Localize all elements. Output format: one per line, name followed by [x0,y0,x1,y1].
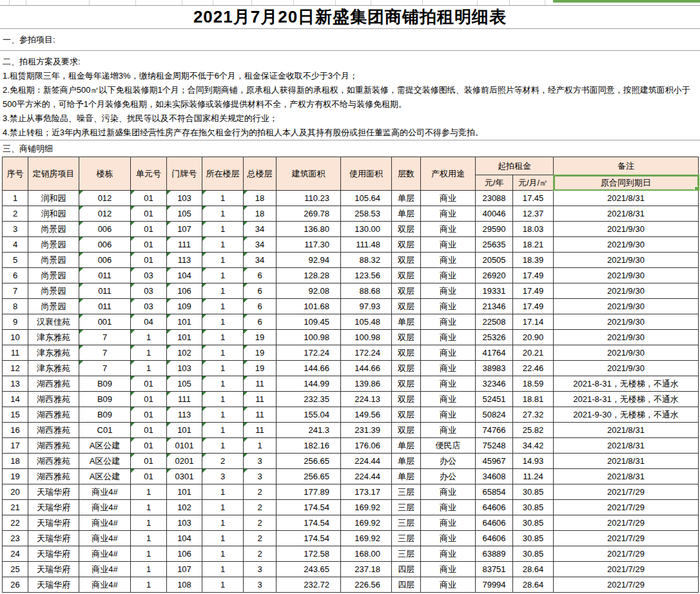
cell[interactable]: 258.53 [341,206,392,222]
cell[interactable]: 双层 [392,283,421,299]
cell[interactable]: 001 [79,314,131,330]
cell[interactable]: 2 [202,454,244,469]
cell[interactable]: 19331 [476,283,513,299]
cell[interactable]: 88.68 [341,283,392,299]
col-header-start-rent[interactable]: 起拍租金 [476,157,554,175]
cell[interactable]: 11 [244,407,277,423]
cell[interactable]: 83751 [476,562,513,577]
cell[interactable]: 012 [79,206,131,222]
cell[interactable]: 101 [167,423,202,438]
col-header-door[interactable]: 门牌号 [167,157,202,191]
cell[interactable]: 27.32 [513,407,554,423]
cell[interactable]: 26 [3,577,28,593]
cell[interactable]: 尚景园 [28,222,79,237]
cell[interactable]: C01 [79,423,131,438]
cell[interactable]: 办公 [421,454,476,469]
cell[interactable]: 1 [202,314,244,330]
cell[interactable]: 商业4# [79,577,131,593]
cell[interactable]: 9 [3,314,28,330]
cell[interactable]: 天瑞华府 [28,531,79,546]
cell[interactable]: 226.56 [341,577,392,593]
cell[interactable]: 2021/8/31 [554,454,699,469]
cell[interactable]: 6 [244,283,277,299]
cell[interactable]: 四层 [392,577,421,593]
cell[interactable]: 2021/7/29 [554,515,699,531]
cell[interactable]: 2021/7/29 [554,531,699,546]
cell[interactable]: B09 [79,376,131,392]
cell[interactable]: 105.64 [341,191,392,206]
cell[interactable]: 2021/9/30 [554,330,699,345]
cell[interactable]: 1 [202,206,244,222]
cell[interactable]: 6 [244,314,277,330]
cell[interactable]: 2021/9/30 [554,253,699,268]
cell[interactable]: 21 [3,500,28,515]
cell[interactable]: 1 [202,283,244,299]
cell[interactable]: 32346 [476,376,513,392]
cell[interactable]: 01 [131,206,167,222]
cell[interactable]: 商业 [421,500,476,515]
section-3-row[interactable]: 三、商铺明细 [0,140,700,157]
cell[interactable]: 2021/9/30 [554,345,699,361]
cell[interactable]: 津东雅苑 [28,330,79,345]
cell[interactable]: 天瑞华府 [28,500,79,515]
cell[interactable]: 7 [79,361,131,376]
col-header-floors-total[interactable]: 总楼层 [244,157,277,191]
cell[interactable]: 28.64 [513,562,554,577]
cell[interactable]: 1 [131,562,167,577]
cell[interactable]: 湖西雅苑 [28,392,79,407]
cell[interactable]: 商业 [421,206,476,222]
cell[interactable]: 单层 [392,191,421,206]
col-header-remark[interactable]: 备注 [554,157,699,175]
cell[interactable]: 38983 [476,361,513,376]
cell[interactable]: 64606 [476,531,513,546]
cell[interactable]: 106 [167,283,202,299]
cell[interactable]: 0201 [167,454,202,469]
cell[interactable]: 2021/8/31 [554,423,699,438]
cell[interactable]: 03 [131,268,167,283]
cell[interactable]: 144.66 [341,361,392,376]
cell[interactable]: 149.56 [341,407,392,423]
cell[interactable]: 14.93 [513,454,554,469]
cell[interactable]: 1 [202,222,244,237]
cell[interactable]: 三层 [392,546,421,562]
cell[interactable]: 2021/7/29 [554,577,699,593]
cell[interactable]: 101.68 [277,299,341,314]
cell[interactable]: 5 [3,253,28,268]
cell[interactable]: 101 [167,484,202,500]
cell[interactable]: 商业 [421,392,476,407]
cell[interactable]: 1 [202,330,244,345]
cell[interactable]: 34608 [476,469,513,484]
cell[interactable]: 169.92 [341,500,392,515]
cell[interactable]: 232.35 [277,392,341,407]
cell[interactable]: 01 [131,454,167,469]
cell[interactable]: 110.23 [277,191,341,206]
cell[interactable]: 006 [79,237,131,253]
cell[interactable]: 润和园 [28,191,79,206]
cell[interactable]: 20.90 [513,330,554,345]
cell[interactable]: 23 [3,531,28,546]
cell[interactable]: 湖西雅苑 [28,376,79,392]
cell[interactable]: 8 [3,299,28,314]
cell[interactable]: 2021/8/31 [554,191,699,206]
cell[interactable]: 21346 [476,299,513,314]
cell[interactable]: 20 [3,484,28,500]
cell[interactable]: 1 [244,438,277,454]
sheet-title-row[interactable]: 2021月7月20日新盛集团商铺拍租明细表 [0,5,700,29]
cell[interactable]: 2021/9/30 [554,222,699,237]
cell[interactable]: 102 [167,345,202,361]
cell[interactable]: 双层 [392,423,421,438]
cell[interactable]: 1 [202,484,244,500]
cell[interactable]: 2021/9/30 [554,299,699,314]
cell[interactable]: 52451 [476,392,513,407]
cell[interactable]: 128.28 [277,268,341,283]
cell[interactable]: 011 [79,268,131,283]
cell[interactable]: 17.49 [513,268,554,283]
cell[interactable]: 1 [202,253,244,268]
cell[interactable]: 11 [3,345,28,361]
cell[interactable]: 2021/7/29 [554,562,699,577]
cell[interactable]: 商业 [421,299,476,314]
cell[interactable]: 尚景园 [28,253,79,268]
cell[interactable]: 100.98 [341,330,392,345]
cell[interactable]: 173.17 [341,484,392,500]
cell[interactable]: 天瑞华府 [28,484,79,500]
